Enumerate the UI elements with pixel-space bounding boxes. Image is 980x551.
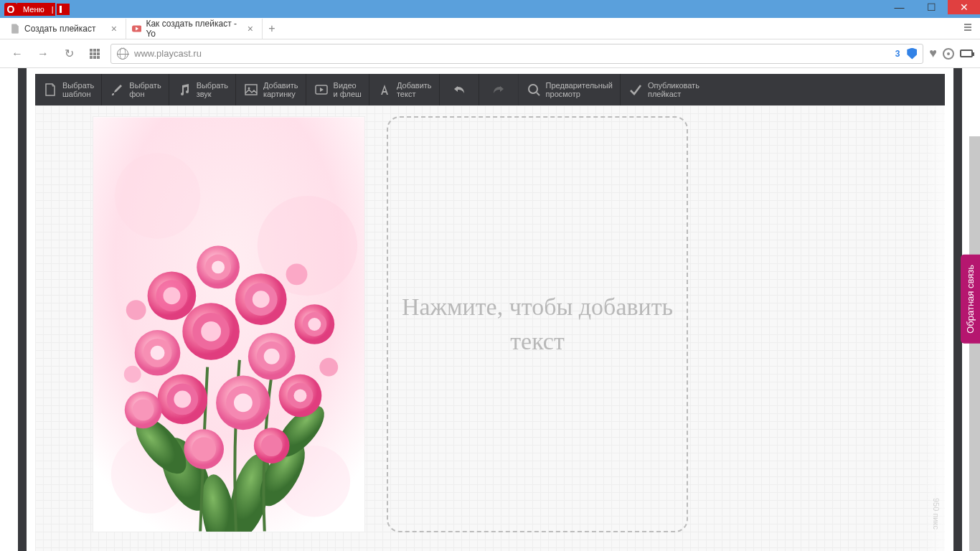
feedback-button[interactable]: Обратная связь	[961, 255, 980, 344]
svg-rect-8	[93, 56, 96, 59]
svg-point-56	[133, 399, 154, 420]
battery-icon[interactable]	[960, 50, 973, 57]
svg-point-13	[529, 85, 537, 93]
tab-youtube[interactable]: Как создать плейкаст - Yo ×	[126, 19, 263, 39]
image-panel[interactable]	[93, 116, 365, 532]
undo-button[interactable]	[440, 74, 479, 105]
svg-point-36	[151, 346, 165, 360]
tool-label: Опубликовать	[648, 81, 699, 90]
svg-point-54	[294, 390, 307, 402]
tool-label: Предварительный	[546, 81, 613, 90]
canvas-height-label: 950 пикс	[932, 498, 941, 529]
svg-point-39	[201, 321, 221, 342]
tab-close-button[interactable]: ×	[108, 23, 120, 34]
bookmark-heart-button[interactable]: ♥	[929, 46, 937, 61]
shield-icon[interactable]	[907, 48, 917, 60]
text-placeholder: Нажмите, чтобы добавить текст	[388, 290, 687, 359]
select-background-button[interactable]: Выбратьфон	[102, 74, 169, 105]
flag-icon[interactable]	[57, 4, 70, 15]
svg-point-58	[192, 437, 216, 461]
forward-button[interactable]: →	[33, 44, 53, 64]
speed-dial-button[interactable]	[85, 44, 105, 64]
svg-point-30	[212, 260, 225, 273]
text-icon	[377, 82, 392, 98]
menu-divider: |	[50, 3, 55, 16]
back-button[interactable]: ←	[7, 44, 27, 64]
tool-label: просмотр	[546, 90, 613, 98]
editor-canvas[interactable]: Нажмите, чтобы добавить текст 950 пикс	[35, 105, 945, 551]
preview-icon	[526, 82, 542, 98]
svg-point-45	[308, 318, 321, 331]
url-text: www.playcast.ru	[134, 48, 895, 59]
menu-button[interactable]: Меню	[17, 3, 50, 16]
svg-rect-10	[245, 85, 257, 95]
tool-label: текст	[397, 90, 432, 98]
reload-button[interactable]: ↻	[59, 44, 79, 64]
svg-rect-5	[93, 52, 96, 55]
svg-point-51	[234, 393, 253, 412]
roses-image	[93, 117, 364, 532]
preview-button[interactable]: Предварительныйпросмотр	[519, 74, 621, 105]
add-text-button[interactable]: Добавитьтекст	[369, 74, 440, 105]
add-text-area[interactable]: Нажмите, чтобы добавить текст	[387, 116, 688, 532]
maximize-button[interactable]: ☐	[915, 0, 948, 14]
globe-icon	[117, 48, 128, 60]
vertical-scrollbar[interactable]	[969, 136, 980, 551]
image-icon	[243, 82, 259, 98]
redo-icon	[491, 82, 507, 98]
tool-label: шаблон	[62, 90, 94, 98]
video-icon	[314, 82, 329, 98]
publish-button[interactable]: Опубликоватьплейкаст	[621, 74, 707, 105]
select-sound-button[interactable]: Выбратьзвук	[169, 74, 236, 105]
sync-icon[interactable]	[943, 48, 954, 60]
svg-point-48	[174, 391, 191, 408]
tab-close-button[interactable]: ×	[245, 23, 256, 34]
minimize-button[interactable]: —	[883, 0, 915, 14]
redo-button[interactable]	[479, 74, 519, 105]
tool-label: Выбрать	[129, 81, 161, 90]
svg-rect-2	[93, 49, 96, 52]
undo-icon	[451, 82, 467, 98]
tool-label: Выбрать	[197, 81, 228, 90]
music-icon	[176, 82, 192, 98]
svg-rect-9	[97, 56, 100, 59]
svg-rect-1	[90, 49, 93, 52]
svg-point-64	[124, 366, 141, 383]
tool-label: Видео	[334, 81, 362, 90]
svg-rect-3	[97, 49, 100, 52]
svg-rect-6	[97, 52, 100, 55]
editor-toolbar: Выбратьшаблон Выбратьфон Выбратьзвук Доб…	[35, 74, 945, 105]
tab-create-playcast[interactable]: Создать плейкаст ×	[4, 19, 126, 39]
video-flash-button[interactable]: Видеои флеш	[306, 74, 369, 105]
svg-rect-7	[90, 56, 93, 59]
template-icon	[42, 82, 58, 98]
address-bar[interactable]: www.playcast.ru 3	[110, 44, 923, 64]
tool-label: и флеш	[334, 90, 362, 98]
svg-point-27	[163, 287, 180, 304]
tab-label: Как создать плейкаст - Yo	[146, 19, 244, 39]
svg-point-62	[286, 263, 308, 285]
svg-rect-4	[90, 52, 93, 55]
add-image-button[interactable]: Добавитькартинку	[236, 74, 306, 105]
svg-point-61	[126, 300, 146, 320]
tool-label: Добавить	[263, 81, 298, 90]
blocked-count: 3	[895, 49, 900, 59]
new-tab-button[interactable]: +	[263, 22, 281, 35]
tool-label: фон	[129, 90, 161, 98]
select-template-button[interactable]: Выбратьшаблон	[35, 74, 102, 105]
svg-point-15	[115, 153, 200, 238]
youtube-icon	[132, 24, 141, 34]
tool-label: Добавить	[397, 81, 432, 90]
svg-point-60	[261, 435, 283, 456]
tool-label: плейкаст	[648, 90, 699, 98]
close-window-button[interactable]: ✕	[948, 0, 980, 14]
document-icon	[10, 24, 20, 34]
tool-label: картинку	[263, 90, 298, 98]
brush-icon	[109, 82, 125, 98]
publish-icon	[628, 82, 644, 98]
tool-label: звук	[197, 90, 228, 98]
svg-point-42	[264, 349, 280, 364]
tab-menu-button[interactable]	[963, 22, 973, 35]
opera-logo-icon: O	[4, 3, 17, 16]
svg-point-33	[253, 291, 270, 308]
